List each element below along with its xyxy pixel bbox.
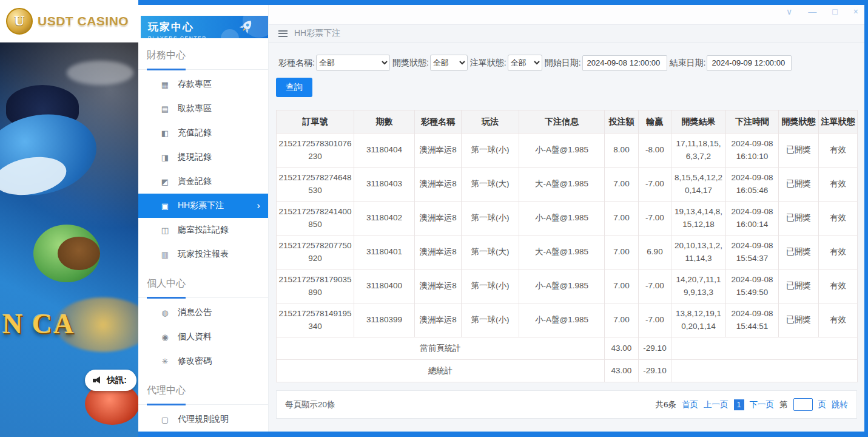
sidebar-section-title: 財務中心	[138, 44, 268, 70]
table-cell: 小-A盤@1.985	[519, 202, 605, 235]
summary-label: 總統計	[277, 360, 605, 382]
column-header: 開獎結果	[671, 110, 726, 134]
sidebar-item[interactable]: ✳修改密碼›	[138, 349, 268, 373]
sidebar-item-label: 個人資料	[178, 331, 212, 342]
table-cell: 31180401	[354, 235, 415, 269]
sidebar-item[interactable]: ◩資金記錄›	[138, 169, 268, 194]
column-header: 玩法	[462, 110, 519, 134]
sidebar-item[interactable]: ◍消息公告›	[138, 300, 268, 325]
search-button[interactable]: 查詢	[276, 78, 312, 97]
table-row: 215217257824140085031180402澳洲幸运8第一球(小)小-…	[277, 202, 858, 235]
table-cell: 7.00	[605, 235, 639, 269]
turtle-shell-shape	[58, 237, 100, 270]
players-center-subtitle: PLAYERS CENTER	[148, 35, 268, 38]
summary-winloss-total: -29.10	[639, 360, 671, 382]
next-page-link[interactable]: 下一页	[750, 399, 775, 410]
sidebar: 玩家中心 PLAYERS CENTER 財務中心▦存款專區›▤取款專區›◧充值記…	[138, 5, 269, 432]
summary-label: 當前頁統計	[277, 337, 605, 360]
sidebar-section: 財務中心▦存款專區›▤取款專區›◧充值記錄›◨提現記錄›◩資金記錄›▣HH彩票下…	[138, 38, 268, 266]
summary-empty-cell	[671, 360, 858, 382]
document-icon: ▢	[160, 415, 170, 424]
close-icon[interactable]: ×	[853, 6, 858, 17]
sidebar-item[interactable]: ◉個人資料›	[138, 325, 268, 349]
bell-icon: ◍	[160, 308, 170, 317]
table-cell: 已開獎	[779, 202, 819, 235]
table-cell: 小-A盤@1.985	[519, 303, 605, 337]
page-size-text: 每頁顯示20條	[285, 399, 335, 410]
menu-toggle-icon[interactable]	[278, 30, 288, 37]
table-cell: 澳洲幸运8	[415, 235, 462, 269]
table-cell: 13,8,12,19,10,20,1,14	[671, 303, 726, 337]
column-header: 下注時間	[726, 110, 779, 134]
minimize-icon[interactable]: —	[808, 6, 816, 17]
table-row: 215217257817903589031180400澳洲幸运8第一球(小)小-…	[277, 269, 858, 303]
table-cell: 7.00	[605, 168, 639, 202]
column-header: 下注信息	[519, 110, 605, 134]
sidebar-item[interactable]: ▣HH彩票下注›	[138, 194, 268, 218]
table-cell: 2024-09-08 15:44:51	[726, 303, 779, 337]
start-date-input[interactable]	[582, 55, 667, 71]
column-header: 輸贏	[639, 110, 671, 134]
table-cell: 小-A盤@1.985	[519, 134, 605, 168]
sidebar-item[interactable]: ▤取款專區›	[138, 97, 268, 121]
sidebar-item[interactable]: ▦存款專區›	[138, 72, 268, 97]
table-header-row: 訂單號期數彩種名稱玩法下注信息投注額輸贏開獎結果下注時間開獎狀態注單狀態	[277, 110, 858, 134]
end-date-input[interactable]	[707, 55, 792, 71]
sidebar-spacer	[138, 5, 268, 16]
jump-suffix-label: 页	[818, 399, 827, 410]
table-cell: 2152172578207750920	[277, 235, 354, 269]
column-header: 訂單號	[277, 110, 354, 134]
deposit-icon: ▦	[160, 80, 170, 89]
recharge-record-icon: ◧	[160, 129, 170, 138]
table-cell: 2024-09-08 16:05:46	[726, 168, 779, 202]
column-header: 注單狀態	[819, 110, 858, 134]
jump-page-input[interactable]	[793, 398, 813, 411]
sidebar-item-label: 取款專區	[178, 103, 212, 114]
table-cell: 第一球(小)	[462, 134, 519, 168]
sidebar-item-label: 充值記錄	[178, 127, 212, 138]
table-cell: 6.90	[639, 235, 671, 269]
table-cell: 8,15,5,4,12,20,14,17	[671, 168, 726, 202]
withdrawal-record-icon: ◨	[160, 153, 170, 162]
main-area: HH彩票下注 彩種名稱: 全部 開獎狀態: 全部 注單狀態: 全部	[269, 5, 864, 432]
sidebar-item[interactable]: ◫廳室投註記錄›	[138, 218, 268, 242]
table-cell: 2024-09-08 15:54:37	[726, 235, 779, 269]
order-status-select[interactable]: 全部	[508, 55, 542, 71]
sidebar-item[interactable]: ▥玩家投注報表›	[138, 242, 268, 266]
cloud-shape	[67, 61, 133, 85]
table-cell: 澳洲幸运8	[415, 168, 462, 202]
lottery-bet-icon: ▣	[160, 202, 170, 211]
sidebar-item[interactable]: ◧充值記錄›	[138, 121, 268, 145]
gear-icon: ✳	[160, 357, 170, 366]
jump-prefix-label: 第	[779, 399, 788, 410]
column-header: 開獎狀態	[779, 110, 819, 134]
logo: U USDT CASINO	[0, 0, 138, 42]
sidebar-item[interactable]: ▢代理規則說明›	[138, 407, 268, 432]
first-page-link[interactable]: 首页	[682, 399, 698, 410]
table-body: 215217257830107623031180404澳洲幸运8第一球(小)小-…	[277, 134, 858, 382]
table-cell: -7.00	[639, 202, 671, 235]
sidebar-section: 代理中心▢代理規則說明›	[138, 373, 268, 432]
table-cell: 19,13,4,14,8,15,12,18	[671, 202, 726, 235]
news-label: 快訊:	[107, 375, 127, 386]
table-row: 215217257820775092031180401澳洲幸运8第一球(大)大-…	[277, 235, 858, 269]
pagination-bar: 每頁顯示20條 共6条 首页 上一页 1 下一页 第 页 跳转	[276, 390, 857, 419]
brand-name: USDT CASINO	[38, 14, 129, 29]
table-cell: 第一球(小)	[462, 202, 519, 235]
draw-status-select[interactable]: 全部	[430, 55, 468, 71]
titlebar-spacer	[269, 5, 864, 24]
order-status-label: 注單狀態:	[470, 58, 506, 69]
maximize-icon[interactable]: □	[832, 6, 837, 17]
sidebar-item-label: 提現記錄	[178, 152, 212, 163]
news-ticker-pill[interactable]: 快訊:	[85, 370, 136, 391]
sidebar-item[interactable]: ◨提現記錄›	[138, 145, 268, 169]
chevron-down-icon[interactable]: ∨	[786, 6, 792, 17]
lottery-name-select[interactable]: 全部	[316, 55, 390, 71]
table-cell: 2152172578241400850	[277, 202, 354, 235]
prev-page-link[interactable]: 上一页	[704, 399, 728, 410]
jump-button[interactable]: 跳转	[832, 399, 848, 410]
players-center-header: 玩家中心 PLAYERS CENTER	[141, 16, 268, 38]
start-date-label: 開始日期:	[545, 58, 581, 69]
table-cell: 2024-09-08 16:10:10	[726, 134, 779, 168]
table-cell: 31180400	[354, 269, 415, 303]
